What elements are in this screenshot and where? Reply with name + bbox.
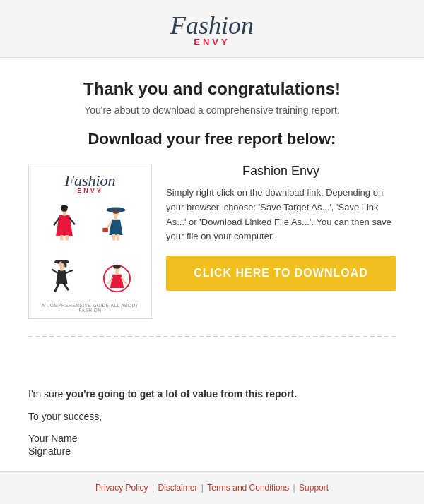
svg-point-11 [112,209,119,213]
page-footer: Privacy Policy | Disclaimer | Terms and … [0,471,424,504]
book-cover: Fashion ENVY [28,164,152,319]
logo-envy-text: ENVY [0,37,424,47]
message-line1: I'm sure you're going to get a lot of va… [28,386,396,403]
svg-point-28 [113,264,120,268]
svg-rect-13 [114,215,117,220]
svg-line-25 [64,282,69,289]
disclaimer-link[interactable]: Disclaimer [158,483,197,493]
svg-rect-6 [60,235,63,240]
svg-rect-17 [117,234,119,240]
download-button[interactable]: CLICK HERE TO DOWNLOAD [166,256,396,291]
svg-rect-30 [115,270,118,275]
logo-fashion-text: Fashion [0,13,424,38]
privacy-policy-link[interactable]: Privacy Policy [95,483,148,493]
svg-rect-21 [60,267,63,270]
book-footer-text: A COMPREHENSIVE GUIDE ALL ABOUT FASHION [36,303,144,313]
message-bold: you're going to get a lot of value from … [66,388,297,400]
signer-name: Your Name [28,433,396,444]
svg-line-22 [52,269,58,273]
footer-separator-1: | [152,483,156,493]
message-section: I'm sure you're going to get a lot of va… [0,386,424,471]
book-logo-fashion: Fashion [64,173,115,188]
main-content: Thank you and congratulations! You're ab… [0,58,424,386]
svg-line-24 [55,282,59,292]
support-link[interactable]: Support [299,483,329,493]
terms-link[interactable]: Terms and Conditions [207,483,289,493]
figure-circle-lady [93,251,140,300]
signature-block: Your Name Signature [28,433,396,457]
message-line2: To your success, [28,409,396,426]
dashed-divider [28,336,396,337]
figures-grid [41,198,140,300]
svg-rect-15 [102,227,107,232]
thank-you-heading: Thank you and congratulations! [28,79,396,99]
page-wrapper: Fashion ENVY Thank you and congratulatio… [0,0,424,504]
svg-rect-16 [112,234,115,240]
download-heading: Download your free report below: [28,130,396,148]
figure-running-lady [41,251,88,300]
report-title: Fashion Envy [166,164,396,179]
signer-signature: Signature [28,445,396,457]
footer-separator-3: | [293,483,298,493]
svg-line-23 [65,270,72,272]
subtitle-text: You're about to download a comprehensive… [28,104,396,116]
svg-marker-29 [110,274,124,287]
footer-separator-2: | [201,483,206,493]
svg-rect-3 [63,211,66,215]
footer-links: Privacy Policy | Disclaimer | Terms and … [0,483,424,493]
svg-rect-7 [65,235,68,240]
figure-hat-lady [93,198,140,247]
report-description: Simply right click on the download link.… [166,186,396,244]
figure-red-dress [41,198,88,247]
site-header: Fashion ENVY [0,0,424,58]
report-info: Fashion Envy Simply right click on the d… [166,164,396,319]
svg-point-1 [61,205,68,209]
report-section: Fashion ENVY [28,164,396,319]
book-logo-envy: ENVY [77,187,103,194]
